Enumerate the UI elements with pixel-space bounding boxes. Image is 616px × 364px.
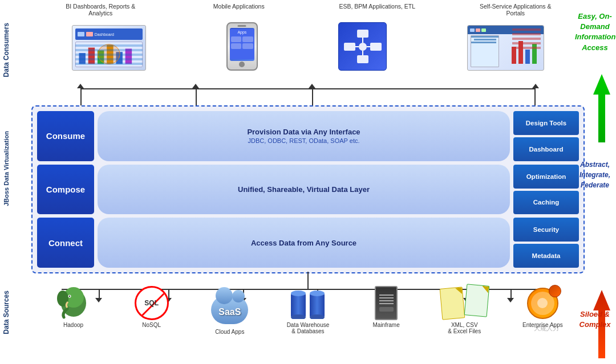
consumer-arrows [42,88,574,107]
source-dw-label: Data Warehouse& Databases [287,322,330,334]
tool-metadata[interactable]: Metadata [513,244,579,268]
jboss-dv-section: Consume Provision Data via Any Interface… [31,105,585,273]
connect-main-text: Access Data from Any Source [251,239,356,247]
source-mainframe-label: Mainframe [373,322,400,328]
svg-point-15 [359,43,367,51]
label-bi: BI Dashboards, Reports & Analytics [58,3,143,17]
consume-content: Provision Data via Any Interface JDBC, O… [98,111,510,161]
right-text-easy: Easy, On-Demand Information Access [575,11,615,53]
svg-rect-3 [107,45,113,64]
sources-row: Hadoop SQL NoSQL Sa [31,286,585,335]
svg-point-26 [291,291,306,296]
hadoop-icon [57,286,90,320]
svg-rect-17 [518,41,523,64]
xml-icon [441,286,488,320]
compose-content: Unified, Shareable, Virtual Data Layer [98,165,510,215]
source-hadoop-label: Hadoop [63,322,83,328]
source-xml: XML, CSV& Excel Files [436,286,493,334]
tool-caching[interactable]: Caching [513,191,579,215]
img-mobile: Apps [226,22,258,71]
bottom-section: Hadoop SQL NoSQL Sa [31,273,585,364]
img-portal [467,25,544,71]
svg-rect-8 [357,55,368,63]
svg-rect-4 [116,52,122,64]
svg-rect-7 [357,30,368,38]
connect-label: Connect [37,218,94,268]
right-text-siloed: Siloed & Complex [575,309,615,330]
label-data-sources: Data Sources [2,291,11,334]
source-nosql: SQL NoSQL [123,286,180,328]
svg-point-24 [68,296,70,297]
content-area: BI Dashboards, Reports & Analytics Mobil… [31,0,585,364]
label-jboss-dv: JBoss Data Virtualization [2,131,10,206]
source-nosql-label: NoSQL [142,322,161,328]
source-xml-label: XML, CSV& Excel Files [448,322,481,334]
svg-rect-16 [512,47,516,64]
svg-rect-28 [310,293,325,317]
img-esb [338,22,387,71]
tools-col-top: Design Tools Dashboard [513,111,579,161]
svg-rect-18 [525,50,530,64]
svg-rect-2 [98,50,104,64]
svg-rect-19 [532,44,537,64]
tool-dashboard[interactable]: Dashboard [513,137,579,161]
source-enterprise: Enterprise Apps [514,286,571,328]
label-mobile: Mobile Applications [196,3,282,17]
svg-rect-10 [370,43,382,51]
svg-rect-9 [344,43,355,51]
svg-rect-0 [79,53,85,64]
label-portal: Self-Service Applications & Portals [473,3,558,17]
tools-col-bot: Security Metadata [513,218,579,268]
svg-rect-5 [125,48,131,64]
enterprise-icon [527,286,558,320]
watermark: 大规人力 [534,324,559,333]
tools-col-mid: Optimization Caching [513,165,579,215]
consume-row: Consume Provision Data via Any Interface… [37,111,579,161]
nosql-icon: SQL [135,286,169,320]
compose-main-text: Unified, Shareable, Virtual Data Layer [238,185,370,194]
tool-design[interactable]: Design Tools [513,111,579,135]
saas-icon: SaaS [211,293,248,327]
top-images-row: Dashboard [31,22,585,71]
source-saas: SaaS Cloud Apps [201,286,258,335]
dw-icon [290,286,326,320]
top-labels-row: BI Dashboards, Reports & Analytics Mobil… [31,0,585,19]
source-saas-label: Cloud Apps [215,329,244,335]
label-data-consumers: Data Consumers [2,23,11,77]
svg-rect-25 [291,293,306,317]
connect-content: Access Data from Any Source [98,218,510,268]
compose-row: Compose Unified, Shareable, Virtual Data… [37,165,579,215]
connect-row: Connect Access Data from Any Source Secu… [37,218,579,268]
svg-point-29 [310,291,325,296]
consume-label: Consume [37,111,94,161]
label-esb: ESB, BPM Applications, ETL [334,3,420,17]
source-dw: Data Warehouse& Databases [279,286,337,334]
right-text-abstract: Abstract, Integrate, Federate [575,159,615,190]
svg-rect-1 [88,48,94,64]
tool-security[interactable]: Security [513,218,579,242]
img-bi: Dashboard [72,25,146,71]
consume-sub-text: JDBC, ODBC, REST, OData, SOAP etc. [248,137,359,144]
consume-main-text: Provision Data via Any Interface [247,128,360,136]
source-mainframe: Mainframe [358,286,415,328]
main-container: Data Consumers JBoss Data Virtualization… [0,0,616,364]
mainframe-icon [375,286,398,320]
jboss-outer-box: Consume Provision Data via Any Interface… [31,105,585,273]
compose-label: Compose [37,165,94,215]
source-hadoop: Hadoop [45,286,102,328]
svg-point-6 [98,44,120,64]
tool-optimization[interactable]: Optimization [513,165,579,189]
